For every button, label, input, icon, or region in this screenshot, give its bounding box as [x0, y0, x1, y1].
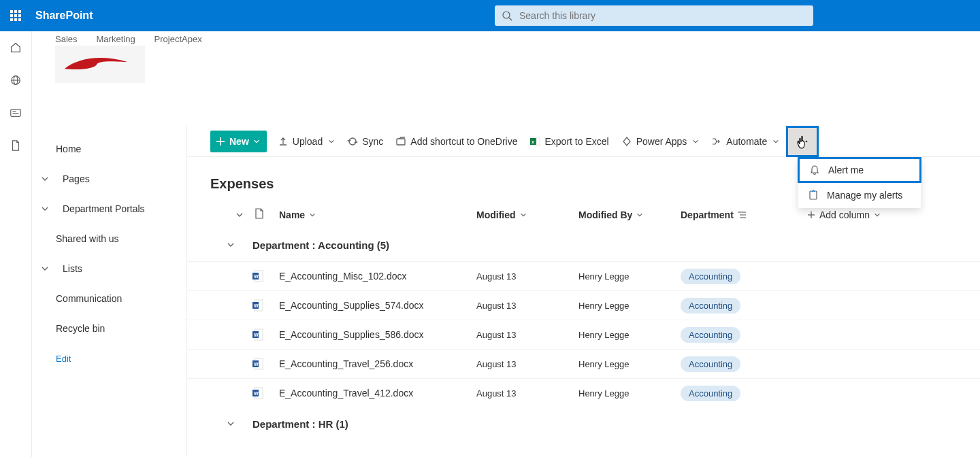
upload-icon [278, 136, 289, 147]
group-indicator-icon [738, 211, 746, 218]
chevron-down-icon [227, 241, 235, 249]
search-container [495, 5, 813, 26]
search-box[interactable] [495, 5, 813, 26]
app-brand: SharePoint [35, 10, 93, 22]
nav-label: Department Portals [63, 203, 145, 214]
type-column[interactable] [255, 208, 279, 221]
column-label: Modified By [578, 209, 632, 220]
add-shortcut-button[interactable]: Add shortcut to OneDrive [394, 136, 519, 147]
department-pill: Accounting [681, 269, 740, 284]
modifiedby-cell: Henry Legge [578, 359, 681, 369]
word-doc-icon: W [252, 358, 264, 370]
svg-text:x: x [532, 139, 534, 144]
new-label: New [229, 136, 249, 147]
onedrive-shortcut-icon [395, 136, 406, 147]
hub-link[interactable]: Marketing [97, 34, 135, 44]
group-header[interactable]: Department : Accounting (5) [187, 228, 980, 261]
department-pill: Accounting [681, 386, 740, 401]
rail-files-button[interactable] [9, 139, 22, 152]
chevron-down-icon [41, 205, 49, 213]
menu-alert-me[interactable]: Alert me [798, 157, 921, 183]
chevron-down-icon [227, 420, 235, 428]
rail-news-button[interactable] [9, 106, 22, 120]
bell-icon [809, 165, 820, 175]
table-row[interactable]: WE_Accounting_Travel_412.docxAugust 13He… [187, 378, 980, 407]
nav-pages[interactable]: Pages [32, 164, 186, 194]
modified-cell: August 13 [476, 301, 578, 311]
global-nav-rail [0, 31, 32, 457]
site-logo[interactable] [55, 46, 145, 83]
chevron-down-icon [772, 138, 779, 145]
select-all-column[interactable] [225, 211, 255, 219]
nav-lists[interactable]: Lists [32, 254, 186, 284]
chevron-down-icon [328, 138, 335, 145]
command-bar: New Upload Sync Add shortcut to OneDrive… [187, 126, 980, 157]
file-name[interactable]: E_Accounting_Travel_256.docx [279, 358, 476, 369]
hub-link[interactable]: ProjectApex [154, 34, 202, 44]
modifiedby-cell: Henry Legge [578, 388, 681, 399]
export-excel-button[interactable]: x Export to Excel [528, 136, 610, 147]
menu-manage-alerts[interactable]: Manage my alerts [798, 182, 921, 208]
svg-text:W: W [254, 362, 259, 367]
chevron-down-icon [874, 211, 881, 218]
nav-department-portals[interactable]: Department Portals [32, 194, 186, 224]
table-row[interactable]: WE_Accounting_Supplies_586.docxAugust 13… [187, 320, 980, 349]
file-name[interactable]: E_Accounting_Misc_102.docx [279, 271, 476, 282]
svg-rect-5 [11, 109, 20, 117]
modifiedby-column-header[interactable]: Modified By [578, 209, 681, 220]
search-input[interactable] [519, 10, 806, 21]
group-header[interactable]: Department : HR (1) [187, 407, 980, 440]
tool-label: Add shortcut to OneDrive [410, 136, 517, 147]
name-column-header[interactable]: Name [279, 209, 476, 220]
chevron-down-icon [636, 211, 643, 218]
file-name[interactable]: E_Accounting_Supplies_574.docx [279, 300, 476, 311]
modified-cell: August 13 [476, 388, 578, 399]
column-label: Add column [819, 209, 870, 220]
word-doc-icon: W [252, 387, 264, 399]
menu-label: Manage my alerts [827, 190, 902, 201]
chevron-down-icon [41, 265, 49, 273]
manage-alerts-icon [808, 190, 819, 201]
more-commands-button[interactable] [786, 126, 819, 157]
nav-recycle-bin[interactable]: Recycle bin [32, 314, 186, 343]
hub-nav: Sales Marketing ProjectApex [55, 31, 980, 44]
powerapps-button[interactable]: Power Apps [620, 136, 701, 147]
table-row[interactable]: WE_Accounting_Misc_102.docxAugust 13Henr… [187, 261, 980, 290]
department-pill: Accounting [681, 298, 740, 314]
nav-shared-with-us[interactable]: Shared with us [32, 224, 186, 254]
department-column-header[interactable]: Department [681, 209, 787, 220]
automate-button[interactable]: Automate [710, 136, 781, 147]
modified-cell: August 13 [476, 359, 578, 369]
file-name[interactable]: E_Accounting_Supplies_586.docx [279, 329, 476, 340]
add-column-button[interactable]: Add column [807, 209, 881, 220]
plus-icon [807, 211, 815, 219]
department-cell: Accounting [681, 356, 740, 372]
table-row[interactable]: WE_Accounting_Travel_256.docxAugust 13He… [187, 349, 980, 378]
rail-home-button[interactable] [9, 41, 22, 54]
sync-button[interactable]: Sync [346, 136, 385, 147]
department-cell: Accounting [681, 386, 740, 401]
column-label: Name [279, 209, 305, 220]
modified-column-header[interactable]: Modified [476, 209, 578, 220]
nav-home[interactable]: Home [32, 134, 186, 164]
new-button[interactable]: New [210, 131, 267, 152]
nav-communication[interactable]: Communication [32, 284, 186, 314]
chevron-down-icon [235, 211, 244, 219]
tool-label: Sync [362, 136, 383, 147]
table-row[interactable]: WE_Accounting_Supplies_574.docxAugust 13… [187, 290, 980, 320]
file-name[interactable]: E_Accounting_Travel_412.docx [279, 388, 476, 399]
search-icon [502, 10, 512, 21]
cursor-hand-icon [796, 135, 811, 151]
nav-edit-link[interactable]: Edit [32, 343, 186, 373]
document-list: Department : Accounting (5)WE_Accounting… [187, 228, 980, 440]
hub-link[interactable]: Sales [55, 34, 78, 44]
menu-label: Alert me [828, 165, 864, 175]
tool-label: Power Apps [636, 136, 687, 147]
svg-text:W: W [254, 333, 259, 337]
rail-globe-button[interactable] [9, 73, 22, 87]
app-launcher-button[interactable] [0, 0, 31, 31]
upload-button[interactable]: Upload [276, 136, 336, 147]
svg-point-0 [503, 12, 510, 18]
tool-label: Upload [293, 136, 323, 147]
word-doc-icon: W [252, 299, 264, 311]
